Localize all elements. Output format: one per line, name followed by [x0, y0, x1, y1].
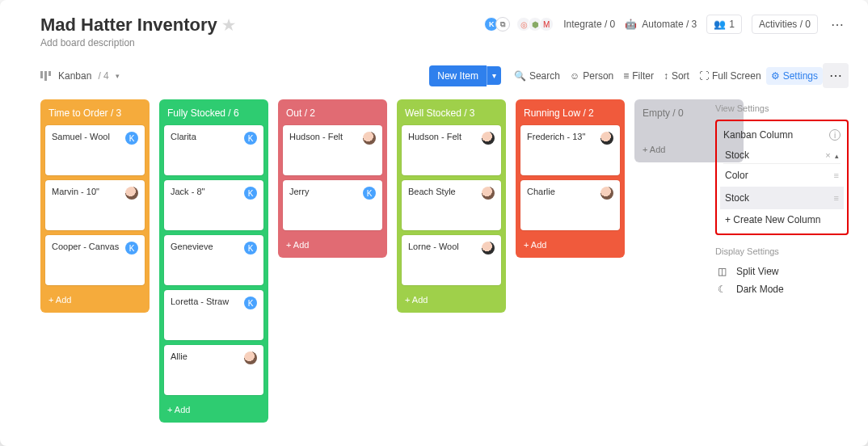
- kanban-card[interactable]: Jack - 8"K: [164, 180, 263, 230]
- lane-heading[interactable]: Well Stocked / 3: [402, 104, 501, 125]
- lane-add-button[interactable]: + Add: [164, 400, 263, 416]
- new-item-dropdown[interactable]: ▾: [487, 66, 501, 85]
- moon-icon: ☾: [715, 284, 728, 295]
- sort-label: Sort: [672, 70, 689, 82]
- avatar[interactable]: K: [244, 297, 257, 309]
- person-icon: ☺: [570, 70, 579, 82]
- lane-heading[interactable]: Out / 2: [283, 104, 382, 125]
- kanban-column-option[interactable]: Color≡: [723, 164, 841, 187]
- kanban-column-row: Kanban Column i: [723, 128, 841, 147]
- star-icon[interactable]: ★: [222, 16, 235, 34]
- kanban-card[interactable]: ClaritaK: [164, 125, 263, 175]
- kanban-column-option[interactable]: Stock≡: [720, 187, 844, 209]
- kanban-lane: Well Stocked / 3Hudson - FeltBeach Style…: [397, 99, 506, 313]
- people-icon: 👥: [714, 19, 726, 30]
- kanban-card[interactable]: JerryK: [283, 180, 382, 230]
- split-view-toggle[interactable]: ◫ Split View: [715, 263, 849, 280]
- card-label: Clarita: [171, 132, 196, 141]
- avatar[interactable]: K: [244, 187, 257, 200]
- lane-add-button[interactable]: + Add: [283, 235, 382, 251]
- robot-icon: 🤖: [625, 19, 637, 30]
- avatar[interactable]: [244, 351, 257, 364]
- more-menu-icon[interactable]: ⋯: [828, 17, 849, 32]
- kanban-card[interactable]: Hudson - Felt: [283, 125, 382, 175]
- card-label: Cooper - Canvas: [52, 242, 119, 251]
- avatar[interactable]: [600, 132, 613, 145]
- settings-panel: View Settings Kanban Column i Stock × ▴ …: [715, 103, 849, 298]
- people-count: 1: [729, 19, 735, 30]
- integrate-link[interactable]: Integrate / 0: [563, 19, 615, 30]
- kanban-column-select[interactable]: Stock × ▴: [723, 147, 841, 164]
- lane-heading[interactable]: Time to Order / 3: [45, 104, 145, 125]
- kanban-card[interactable]: Beach Style: [402, 180, 501, 230]
- kanban-card[interactable]: Loretta - StrawK: [164, 290, 263, 340]
- avatar[interactable]: K: [125, 132, 138, 145]
- view-label: Kanban: [58, 70, 91, 82]
- automate-label: Automate / 3: [642, 19, 697, 30]
- lane-heading[interactable]: Fully Stocked / 6: [164, 104, 263, 125]
- settings-button[interactable]: ⚙ Settings: [766, 67, 823, 85]
- kanban-card[interactable]: Marvin - 10": [45, 180, 145, 230]
- create-new-column[interactable]: + Create New Column: [723, 209, 841, 225]
- activities-button[interactable]: Activities / 0: [752, 15, 818, 34]
- board-title[interactable]: Mad Hatter Inventory ★: [40, 15, 484, 36]
- card-label: Jerry: [289, 187, 309, 196]
- app-window: Mad Hatter Inventory ★ Add board descrip…: [0, 0, 868, 446]
- grip-icon[interactable]: ≡: [834, 193, 839, 203]
- avatar[interactable]: [482, 187, 495, 200]
- people-button[interactable]: 👥 1: [706, 15, 742, 34]
- kanban-lane: Running Low / 2Frederich - 13"Charlie+ A…: [516, 99, 625, 258]
- lane-add-button[interactable]: + Add: [402, 290, 501, 306]
- kanban-card[interactable]: Frederich - 13": [520, 125, 620, 175]
- lane-heading[interactable]: Running Low / 2: [520, 104, 620, 125]
- lane-add-button[interactable]: + Add: [45, 290, 145, 306]
- kanban-card[interactable]: Cooper - CanvasK: [45, 235, 145, 285]
- clear-icon[interactable]: ×: [825, 150, 830, 160]
- kanban-card[interactable]: Samuel - WoolK: [45, 125, 145, 175]
- dark-mode-toggle[interactable]: ☾ Dark Mode: [715, 280, 849, 298]
- integration-icon[interactable]: M: [539, 17, 554, 32]
- avatar[interactable]: [363, 132, 376, 145]
- search-button[interactable]: 🔍 Search: [509, 67, 565, 85]
- kanban-lane: Time to Order / 3Samuel - WoolKMarvin - …: [40, 99, 150, 313]
- avatar[interactable]: [482, 242, 495, 255]
- toolbar-more-icon[interactable]: ⋯: [823, 63, 849, 88]
- avatar[interactable]: K: [363, 187, 376, 200]
- dark-mode-label: Dark Mode: [736, 284, 784, 295]
- kanban-card[interactable]: Charlie: [520, 180, 620, 230]
- search-label: Search: [529, 70, 560, 82]
- card-label: Charlie: [527, 187, 555, 196]
- kanban-column-box: Kanban Column i Stock × ▴ Color≡Stock≡ +…: [715, 120, 849, 235]
- avatar[interactable]: K: [244, 242, 257, 255]
- grip-icon[interactable]: ≡: [834, 170, 839, 180]
- integration-icons: ◎ ⬢ M: [520, 17, 554, 32]
- caret-up-icon[interactable]: ▴: [835, 152, 839, 160]
- kanban-card[interactable]: Hudson - Felt: [402, 125, 501, 175]
- board-description[interactable]: Add board description: [40, 37, 484, 48]
- split-view-icon: ◫: [715, 266, 728, 277]
- fullscreen-button[interactable]: ⛶ Full Screen: [694, 67, 766, 85]
- board-duplicate-badge[interactable]: K ⧉: [484, 17, 510, 32]
- filter-button[interactable]: ≡ Filter: [618, 67, 659, 85]
- info-icon[interactable]: i: [829, 129, 841, 141]
- lane-add-button[interactable]: + Add: [520, 235, 620, 251]
- kanban-card[interactable]: GenevieveK: [164, 235, 263, 285]
- avatar[interactable]: [125, 187, 138, 200]
- kanban-card[interactable]: Allie: [164, 345, 263, 395]
- kanban-card[interactable]: Lorne - Wool: [402, 235, 501, 285]
- avatar[interactable]: K: [244, 132, 257, 145]
- badge-dup-icon: ⧉: [495, 17, 510, 32]
- kanban-icon: [40, 70, 52, 82]
- view-switcher[interactable]: Kanban / 4 ▾: [40, 70, 120, 82]
- sort-button[interactable]: ↕ Sort: [659, 67, 694, 85]
- chevron-down-icon: ▾: [116, 72, 120, 80]
- option-label: Stock: [725, 192, 749, 204]
- avatar[interactable]: K: [125, 242, 138, 255]
- automate-link[interactable]: 🤖 Automate / 3: [625, 19, 697, 30]
- avatar[interactable]: [482, 132, 495, 145]
- new-item-button[interactable]: New Item: [429, 65, 487, 86]
- svg-rect-1: [44, 71, 47, 81]
- person-filter[interactable]: ☺ Person: [565, 67, 618, 85]
- avatar[interactable]: [600, 187, 613, 200]
- toolbar: Kanban / 4 ▾ New Item ▾ 🔍 Search ☺ Perso…: [0, 52, 868, 99]
